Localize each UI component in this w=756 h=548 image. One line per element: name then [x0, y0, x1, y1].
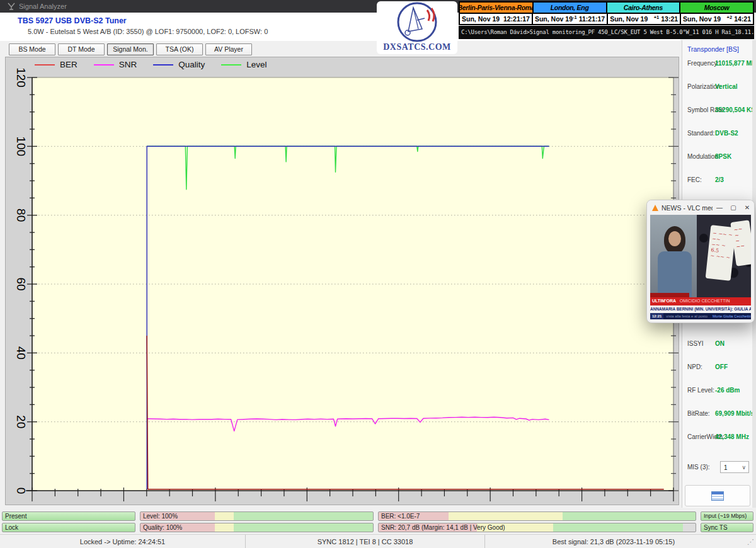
vlc-titlebar[interactable]: NEWS - VLC media... — ▢ ✕ — [647, 200, 754, 215]
vlc-video: ~ ~~ ~ ~~~~ ~ 6.5~ ~~ ~ ~~ ~~ ~~ ULTIM'O… — [650, 215, 751, 319]
status-bar: Locked -> Uptime: 24:24:51 SYNC 1812 | T… — [0, 534, 756, 548]
capture-icon — [711, 491, 724, 501]
sync-ts-bar: Sync TS — [701, 523, 753, 532]
ticker-dim-text: vista alla festa e al posto — [663, 313, 710, 319]
clock-value: 14:21 — [734, 15, 751, 23]
field-value-polarization: Vertical — [715, 83, 738, 90]
tab-av-player[interactable]: AV Player — [205, 43, 252, 55]
tuner-name: TBS 5927 USB DVB-S2 Tuner — [18, 16, 127, 25]
field-label-rf-level: RF Level: — [687, 387, 714, 394]
anchor-jacket — [658, 251, 692, 299]
breaking-banner: ULTIM'ORA OMICIDIO CECCHETTIN — [650, 297, 751, 305]
field-value-npd: OFF — [715, 363, 728, 370]
ticker-tag — [650, 293, 689, 297]
status-sync: SYNC 1812 | TEI 8 | CC 33018 — [246, 535, 485, 548]
tab-tsa[interactable]: TSA (OK) — [156, 43, 203, 55]
vlc-title: NEWS - VLC media... — [662, 204, 713, 212]
clock-offset: +1 — [654, 14, 660, 20]
protest-shirt: ~~ ~~ ~~ — [730, 220, 751, 266]
clock-date: Sun, Nov 19 — [535, 15, 573, 23]
tuner-info: 5.0W - Eutelsat 5 West A/B (ID: 3550) @ … — [28, 28, 268, 35]
protest-shirt: ~ ~~ ~ ~~~~ ~ 6.5~ ~~ ~ — [705, 225, 736, 281]
news-ticker: 12:21 vista alla festa e al posto Morte … — [650, 313, 751, 319]
clock-time-row: Sun, Nov 19 12:21:17 Sun, Nov 19 -1 11:2… — [460, 14, 753, 24]
field-value-bitrate: 69,909 Mbit/s — [715, 410, 754, 417]
clock-value: 11:21:17 — [579, 15, 605, 23]
breaking-tag: ULTIM'ORA — [652, 299, 676, 303]
crowd-scene: ~ ~~ ~ ~~~~ ~ 6.5~ ~~ ~ ~~ ~~ ~~ — [697, 215, 751, 297]
signal-analyzer-app: { "window": { "title": "Signal Analyzer"… — [0, 0, 756, 548]
field-value-modulation: 8PSK — [715, 153, 731, 160]
ticker-link-text: Morte Giulia Cecchettin — [710, 313, 751, 319]
field-value-frequency: 11015,877 MHz — [715, 60, 756, 67]
field-value-symbol-rate: 35290,504 KS/s — [715, 106, 756, 113]
field-label-frequency: Frequency: — [687, 60, 719, 67]
dxsatcs-logo: DXSATCS.COM — [377, 1, 457, 54]
satellite-dish-icon — [377, 1, 457, 43]
status-uptime: Locked -> Uptime: 24:24:51 — [0, 535, 246, 548]
svg-text:0: 0 — [14, 488, 28, 494]
mis-dropdown[interactable]: 1 ∨ — [720, 461, 749, 473]
red-writing: ~~ ~~ ~~ — [733, 225, 751, 261]
level-bar: Level: 100% — [140, 511, 374, 521]
vlc-window[interactable]: NEWS - VLC media... — ▢ ✕ ~ ~~ ~ ~~~~ ~ … — [646, 200, 755, 323]
crowd-head — [699, 234, 708, 243]
clock-city-london: London, Eng — [534, 3, 607, 13]
app-icon — [8, 3, 15, 10]
news-anchor-scene — [650, 215, 697, 297]
console-window: C:\Users\Roman Dávid>Signal monitoring_P… — [459, 26, 754, 39]
clock-time-london: Sun, Nov 19 -1 11:21:17 — [533, 14, 608, 24]
transponder-title: Transponder [BS] — [687, 45, 739, 53]
logo-text: DXSATCS.COM — [377, 42, 457, 52]
vlc-minimize-button[interactable]: — — [713, 204, 726, 211]
clock-time-cairo: Sun, Nov 19 +1 13:21 — [608, 14, 681, 24]
status-best-signal: Best signal: 21,3 dB (2023-11-19 05:15) — [485, 535, 742, 548]
ticker-time: 12:21 — [650, 313, 663, 319]
clock-date: Sun, Nov 19 — [462, 15, 501, 23]
svg-text:20: 20 — [14, 415, 28, 428]
present-bar: Present — [2, 511, 135, 521]
tab-bs-mode[interactable]: BS Mode — [9, 43, 55, 55]
snr-bar: SNR: 20,7 dB (Margin: 14,1 dB | Very Goo… — [378, 523, 696, 532]
clock-time-moscow: Sun, Nov 19 +2 14:21 — [681, 14, 753, 24]
tab-dt-mode[interactable]: DT Mode — [58, 43, 105, 55]
svg-text:100: 100 — [14, 136, 28, 156]
field-label-standard: Standard: — [687, 130, 714, 137]
field-value-standard: DVB-S2 — [715, 130, 738, 137]
clock-time-berlin: Sun, Nov 19 12:21:17 — [460, 14, 533, 24]
clock-header-row: Berlin-Paris-Vienna-Roma London, Eng Cai… — [460, 3, 753, 14]
lock-bar: Lock — [2, 523, 135, 532]
svg-text:120: 120 — [14, 67, 28, 88]
clock-offset: -1 — [573, 14, 577, 20]
svg-text:60: 60 — [14, 277, 28, 290]
headline-banner: ANNAMARIA BERNINI (MIN. UNIVERSITÀ): GIU… — [650, 305, 751, 313]
breaking-topic: OMICIDIO CECCHETTIN — [680, 299, 730, 303]
tab-signal-mon[interactable]: Signal Mon. — [107, 43, 154, 55]
clock-city-berlin: Berlin-Paris-Vienna-Roma — [460, 3, 534, 13]
mis-value: 1 — [724, 464, 728, 471]
vlc-maximize-button[interactable]: ▢ — [726, 204, 740, 211]
vlc-cone-icon — [652, 205, 658, 211]
window-title: Signal Analyzer — [19, 3, 67, 10]
field-value-issyi: ON — [715, 340, 724, 347]
red-writing: ~ ~~ ~ ~~~~ ~ 6.5~ ~~ ~ — [708, 231, 733, 276]
tab-bar: BS Mode DT Mode Signal Mon. TSA (OK) AV … — [0, 41, 680, 57]
field-value-carrierwidth: 42,348 MHz — [715, 433, 749, 440]
field-label-fec: FEC: — [687, 176, 702, 183]
resize-grip[interactable]: ⋰ — [747, 538, 756, 546]
clock-value: 12:21:17 — [503, 15, 530, 23]
chart-plot: 020406080100120 — [6, 57, 680, 506]
world-clocks: Berlin-Paris-Vienna-Roma London, Eng Cai… — [459, 1, 754, 25]
quality-bar: Quality: 100% — [140, 523, 374, 532]
svg-text:80: 80 — [14, 208, 28, 222]
chevron-down-icon: ∨ — [742, 462, 746, 474]
clock-value: 13:21 — [661, 15, 678, 23]
ber-bar: BER: <1.0E-7 — [378, 511, 696, 521]
field-value-rf-level: -26 dBm — [715, 387, 740, 394]
capture-button[interactable] — [685, 485, 750, 506]
vlc-close-button[interactable]: ✕ — [740, 204, 754, 211]
svg-text:40: 40 — [14, 346, 28, 360]
anchor-face — [668, 231, 681, 246]
clock-city-cairo: Cairo-Athens — [607, 3, 681, 13]
clock-date: Sun, Nov 19 — [610, 15, 654, 23]
